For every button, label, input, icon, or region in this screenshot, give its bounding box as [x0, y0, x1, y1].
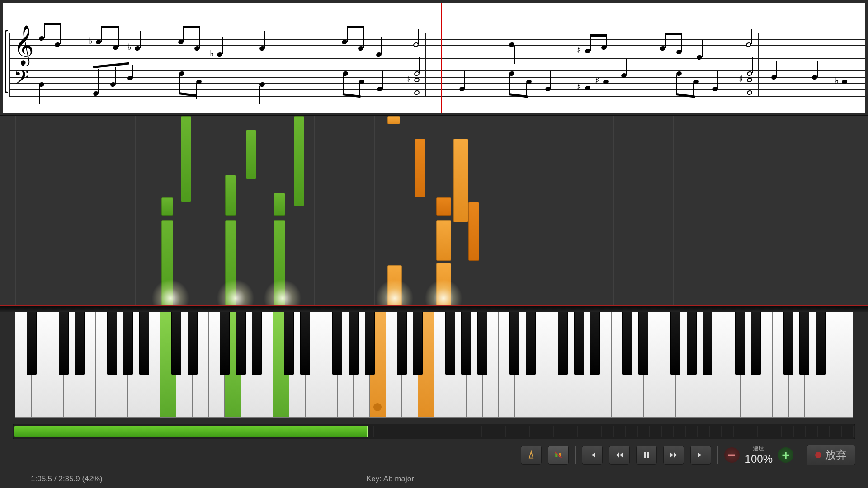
speed-decrease-button[interactable]: −: [724, 447, 740, 463]
falling-note: [294, 116, 304, 206]
note-stem: [665, 33, 666, 48]
sharp-icon: ♯: [577, 44, 581, 55]
note-stem: [222, 37, 223, 54]
controls-bar: − 速度 100% + 放弃: [521, 444, 855, 466]
black-key[interactable]: [477, 312, 487, 375]
piano-keyboard[interactable]: [0, 305, 868, 418]
note-stem: [751, 29, 752, 44]
note-stem: [419, 57, 420, 73]
staff-line: [9, 52, 865, 52]
barline: [425, 33, 426, 97]
black-key[interactable]: [816, 312, 826, 375]
note-stem: [363, 26, 364, 48]
black-key[interactable]: [236, 312, 246, 375]
black-key[interactable]: [558, 312, 568, 375]
beam: [665, 33, 682, 35]
black-key[interactable]: [509, 312, 519, 375]
black-key[interactable]: [300, 312, 310, 375]
keyboard-top-bar: [0, 306, 868, 312]
black-key[interactable]: [461, 312, 471, 375]
black-key[interactable]: [332, 312, 342, 375]
speed-label: 速度: [745, 445, 773, 453]
beam: [44, 23, 61, 25]
black-key[interactable]: [574, 312, 584, 375]
note-stem: [179, 75, 180, 93]
barline: [758, 33, 759, 97]
note-stem: [418, 29, 419, 44]
black-key[interactable]: [703, 312, 712, 375]
notation-playhead: [441, 3, 442, 113]
falling-note: [246, 130, 256, 179]
black-key[interactable]: [638, 312, 648, 375]
note-stem: [464, 71, 465, 89]
black-key[interactable]: [590, 312, 600, 375]
black-key[interactable]: [188, 312, 198, 375]
hands-button[interactable]: [548, 446, 569, 465]
beam: [347, 26, 364, 28]
progress-fill: [14, 426, 368, 437]
key-signature-label: Key: Ab major: [366, 474, 414, 483]
note-stem: [347, 26, 348, 42]
black-key[interactable]: [445, 312, 455, 375]
progress-bar[interactable]: [13, 424, 855, 439]
speed-increase-button[interactable]: +: [778, 447, 793, 463]
black-key[interactable]: [107, 312, 117, 375]
black-key[interactable]: [59, 312, 69, 375]
black-key[interactable]: [75, 312, 85, 375]
sharp-icon: ♯: [739, 73, 743, 84]
sheet-music: 𝄞 𝄢 ♭ ♭ ♭ ♯: [3, 3, 865, 113]
note-stem: [132, 65, 133, 78]
falling-note: [387, 116, 400, 124]
black-key[interactable]: [220, 312, 230, 375]
note-stem: [98, 69, 99, 93]
metronome-button[interactable]: [521, 446, 542, 465]
note: [746, 89, 753, 95]
black-key[interactable]: [365, 312, 375, 375]
forward-button[interactable]: [663, 446, 684, 465]
flat-icon: ♭: [835, 75, 839, 86]
note-stem: [681, 33, 682, 52]
note-stem: [115, 67, 116, 84]
pause-button[interactable]: [636, 446, 657, 465]
note-stem: [693, 83, 694, 97]
black-key[interactable]: [349, 312, 359, 375]
black-key[interactable]: [783, 312, 793, 375]
black-key[interactable]: [139, 312, 149, 375]
bass-clef-icon: 𝄢: [14, 66, 29, 94]
skip-back-button[interactable]: [582, 446, 603, 465]
black-key[interactable]: [397, 312, 407, 375]
black-key[interactable]: [687, 312, 697, 375]
svg-rect-3: [644, 452, 646, 458]
note-stem: [359, 83, 360, 97]
black-key[interactable]: [171, 312, 181, 375]
black-key[interactable]: [751, 312, 761, 375]
black-key[interactable]: [670, 312, 680, 375]
black-key[interactable]: [413, 312, 423, 375]
metronome-icon: [527, 450, 536, 460]
abandon-button[interactable]: 放弃: [807, 445, 855, 465]
note-stem: [702, 40, 703, 57]
black-key[interactable]: [27, 312, 37, 375]
rewind-button[interactable]: [609, 446, 630, 465]
black-key[interactable]: [799, 312, 809, 375]
black-key[interactable]: [252, 312, 262, 375]
black-key[interactable]: [123, 312, 133, 375]
black-key[interactable]: [284, 312, 294, 375]
speed-control: − 速度 100% +: [724, 445, 793, 465]
falling-note: [387, 265, 402, 306]
speed-display: 速度 100%: [742, 445, 775, 465]
note: [414, 77, 420, 83]
black-key[interactable]: [735, 312, 745, 375]
treble-clef-icon: 𝄞: [14, 25, 34, 65]
falling-note: [436, 220, 451, 261]
note-stem: [118, 26, 119, 47]
black-keys[interactable]: [15, 312, 853, 418]
flat-icon: ♭: [127, 42, 132, 52]
note-stem: [550, 71, 551, 89]
black-key[interactable]: [526, 312, 536, 375]
staff-line: [9, 96, 865, 97]
note-stem: [381, 37, 382, 54]
flat-icon: ♭: [210, 48, 214, 59]
skip-forward-button[interactable]: [690, 446, 711, 465]
black-key[interactable]: [622, 312, 632, 375]
